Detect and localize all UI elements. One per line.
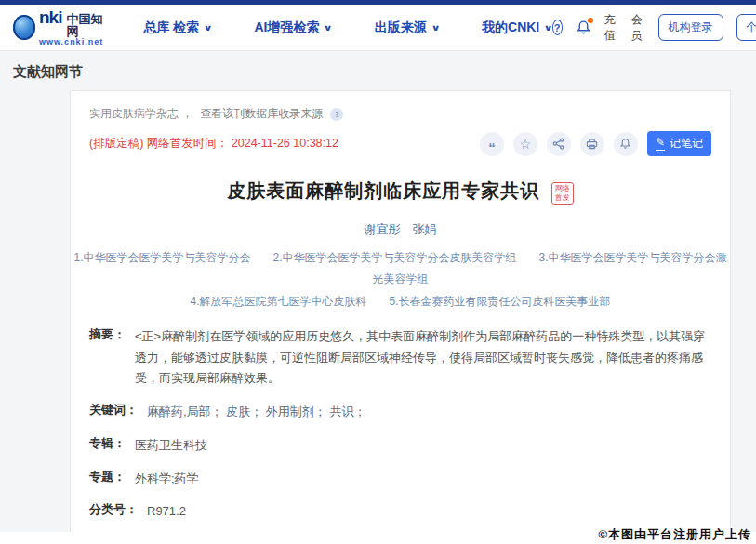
album-label: 专辑：	[89, 435, 126, 452]
database-source-link[interactable]: 查看该刊数据库收录来源	[200, 106, 323, 122]
share-button[interactable]	[547, 132, 571, 156]
main-nav: 总库 检索 ∨ AI增强检索 ∨ 出版来源 ∨ 我的CNKI ∨	[143, 20, 551, 36]
header-right: ? 充值 会员 机构登录 个人登录	[552, 12, 756, 44]
print-button[interactable]	[580, 132, 604, 156]
publish-status: (排版定稿) 网络首发时间： 2024-11-26 10:38:12	[89, 136, 338, 152]
page: nki 中国知网 www.cnki.net 总库 检索 ∨ AI增强检索 ∨ 出…	[0, 0, 756, 544]
keywords-section: 关键词： 麻醉药,局部； 皮肤； 外用制剂； 共识；	[71, 395, 730, 429]
help-icon[interactable]: ?	[552, 20, 563, 35]
album-value: 医药卫生科技	[135, 435, 207, 457]
chevron-down-icon: ∨	[544, 23, 553, 33]
logo-brand-url: www.cnki.net	[39, 38, 106, 46]
clc-section: 分类号： R971.2	[71, 495, 730, 528]
abstract-label: 摘要：	[89, 326, 126, 343]
member-link[interactable]: 会员	[631, 12, 645, 44]
online-first-badge: 网络 首发	[551, 182, 574, 205]
cnki-logo[interactable]: nki 中国知网 www.cnki.net	[13, 8, 106, 47]
album-section: 专辑： 医药卫生科技	[71, 429, 730, 462]
page-title: 文献知网节	[13, 63, 756, 81]
affiliation-line[interactable]: 4.解放军总医院第七医学中心皮肤科 5.长春金赛药业有限责任公司皮科医美事业部	[71, 291, 730, 312]
pencil-icon: ✎	[656, 137, 665, 150]
info-icon[interactable]: ?	[330, 108, 343, 121]
cite-button[interactable]: “	[480, 132, 504, 156]
affiliations: 1.中华医学会医学美学与美容学分会 2.中华医学会医学美学与美容学分会皮肤美容学…	[71, 247, 730, 312]
article-card: 实用皮肤病学杂志 ， 查看该刊数据库收录来源 ? (排版定稿) 网络首发时间： …	[70, 90, 731, 544]
affiliation-line[interactable]: 1.中华医学会医学美学与美容学分会 2.中华医学会医学美学与美容学分会皮肤美容学…	[71, 247, 730, 291]
clc-label: 分类号：	[89, 501, 138, 518]
personal-login-button[interactable]: 个人登录	[736, 14, 756, 41]
topic-section: 专题： 外科学;药学	[71, 462, 730, 496]
article-title: 皮肤表面麻醉制剂临床应用专家共识	[227, 180, 539, 201]
notifications-bell-icon[interactable]	[576, 20, 591, 35]
nav-item-ai-search[interactable]: AI增强检索 ∨	[254, 20, 331, 36]
abstract-text: <正>麻醉制剂在医学领域的应用历史悠久，其中表面麻醉制剂作为局部麻醉药品的一种特…	[135, 326, 711, 390]
favorite-button[interactable]: ☆	[513, 132, 537, 156]
notification-dot	[588, 18, 593, 23]
star-icon: ☆	[520, 137, 532, 152]
status-row: (排版定稿) 网络首发时间： 2024-11-26 10:38:12 “ ☆	[71, 122, 730, 156]
keywords-value[interactable]: 麻醉药,局部； 皮肤； 外用制剂； 共识；	[147, 402, 365, 423]
take-note-button[interactable]: ✎ 记笔记	[647, 131, 711, 156]
logo-brand-cn: 中国知网	[66, 13, 106, 38]
clc-value: R971.2	[147, 501, 186, 523]
topic-value: 外科学;药学	[135, 469, 199, 490]
printer-icon	[586, 138, 598, 150]
share-icon	[552, 138, 564, 150]
globe-icon	[13, 15, 35, 40]
chevron-down-icon: ∨	[431, 23, 440, 33]
recharge-link[interactable]: 充值	[604, 12, 618, 44]
topic-label: 专题：	[89, 469, 126, 485]
org-login-button[interactable]: 机构登录	[658, 14, 723, 41]
journal-row: 实用皮肤病学杂志 ， 查看该刊数据库收录来源 ?	[71, 91, 730, 122]
abstract-section: 摘要： <正>麻醉制剂在医学领域的应用历史悠久，其中表面麻醉制剂作为局部麻醉药品…	[71, 320, 730, 395]
journal-name-link[interactable]: 实用皮肤病学杂志 ，	[89, 106, 192, 122]
article-actions: “ ☆	[480, 131, 711, 156]
logo-nki-text: nki	[39, 8, 61, 27]
authors[interactable]: 谢宜彤 张娟	[71, 221, 730, 238]
nav-item-search[interactable]: 总库 检索 ∨	[143, 20, 211, 36]
site-header: nki 中国知网 www.cnki.net 总库 检索 ∨ AI增强检索 ∨ 出…	[0, 5, 756, 51]
bell-icon	[619, 138, 631, 150]
title-block: 皮肤表面麻醉制剂临床应用专家共识 网络 首发	[71, 179, 730, 205]
upload-watermark: ©本图由平台注册用户上传	[598, 526, 751, 543]
keywords-label: 关键词：	[89, 402, 138, 418]
nav-item-sources[interactable]: 出版来源 ∨	[375, 20, 439, 36]
chevron-down-icon: ∨	[204, 23, 213, 33]
chevron-down-icon: ∨	[324, 23, 333, 33]
nav-item-my-cnki[interactable]: 我的CNKI ∨	[482, 20, 552, 36]
alert-bell-button[interactable]	[614, 132, 638, 156]
